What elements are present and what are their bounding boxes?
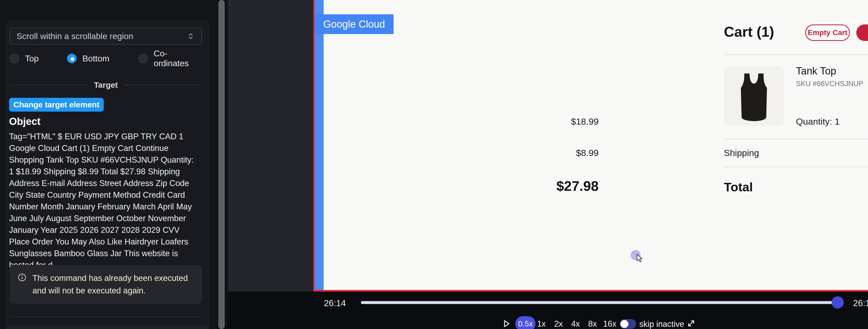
product-sku: SKU #66VCHSJNUP — [796, 80, 864, 88]
product-price: $18.99 — [571, 117, 599, 127]
radio-top-dot[interactable] — [9, 54, 19, 63]
cart-divider — [724, 167, 868, 167]
toggle-knob — [620, 320, 628, 328]
radio-coordinates[interactable]: Co-ordinates — [138, 53, 202, 64]
radio-coordinates-dot[interactable] — [138, 54, 148, 63]
object-heading: Object — [9, 116, 40, 127]
product-title: Tank Top — [796, 65, 836, 77]
replay-player-bar — [228, 292, 868, 329]
radio-top[interactable]: Top — [9, 53, 39, 64]
info-icon — [18, 273, 27, 282]
change-target-button[interactable]: Change target element — [9, 98, 104, 111]
shipping-label: Shipping — [724, 148, 759, 158]
google-cloud-badge: Google Cloud — [315, 14, 394, 34]
target-section-label: Target — [94, 80, 118, 90]
product-quantity: Quantity: 1 — [796, 117, 840, 127]
mouse-cursor-icon — [635, 253, 645, 263]
scroll-position-radio-group: Top Bottom Co-ordinates — [9, 53, 202, 64]
scroll-region-highlight-bar — [315, 0, 323, 290]
skip-inactive-label: skip inactive — [639, 320, 684, 329]
timeline-knob[interactable] — [832, 296, 844, 308]
radio-top-label: Top — [25, 54, 39, 64]
total-label: Total — [724, 179, 753, 194]
cart-divider — [724, 139, 868, 139]
divider-line — [124, 85, 202, 85]
action-select[interactable]: Scroll within a scrollable region — [9, 28, 202, 45]
radio-coordinates-label: Co-ordinates — [154, 48, 202, 68]
element-highlight-left-border — [313, 0, 315, 292]
cart-heading: Cart (1) — [724, 23, 774, 40]
skip-inactive-toggle[interactable] — [620, 319, 636, 329]
website-viewport: Cart (1) Empty Cart Continue Shopping Ta… — [323, 0, 868, 290]
empty-cart-button[interactable]: Empty Cart — [805, 25, 850, 41]
viewport-letterbox — [228, 0, 313, 292]
speed-8x-button[interactable]: 8x — [587, 319, 598, 329]
end-time: 26:15 — [853, 298, 868, 308]
fullscreen-icon[interactable] — [686, 318, 696, 328]
execution-notice: This command has already been executed a… — [9, 265, 202, 304]
action-select-value: Scroll within a scrollable region — [17, 31, 186, 41]
speed-16x-button[interactable]: 16x — [602, 319, 618, 329]
speed-0-5x-button[interactable]: 0.5x — [516, 316, 535, 329]
object-description: Tag="HTML" $ EUR USD JPY GBP TRY CAD 1 G… — [9, 131, 200, 271]
session-replay-screen: Scroll within a scrollable region Top Bo… — [0, 0, 868, 329]
current-time: 26:14 — [324, 298, 346, 308]
sidebar-scrollbar-track — [217, 0, 228, 329]
product-image-tank-top — [724, 66, 784, 126]
speed-2x-button[interactable]: 2x — [553, 319, 564, 329]
sidebar-divider — [9, 317, 202, 317]
shipping-value: $8.99 — [576, 148, 599, 158]
radio-bottom-label: Bottom — [83, 54, 109, 64]
play-button[interactable] — [501, 319, 511, 328]
timeline-track[interactable] — [361, 301, 837, 304]
speed-1x-button[interactable]: 1x — [536, 319, 547, 329]
element-highlight-bottom-border — [313, 290, 868, 292]
next-step-card-edge — [6, 326, 209, 329]
divider-line — [9, 85, 88, 85]
sidebar-scrollbar-thumb[interactable] — [218, 0, 225, 329]
continue-shopping-button[interactable]: Continue Shopping — [856, 25, 868, 41]
tank-top-graphic — [727, 70, 780, 123]
step-editor-sidebar: Scroll within a scrollable region Top Bo… — [0, 0, 217, 329]
target-section-divider: Target — [9, 80, 202, 90]
radio-bottom-dot[interactable] — [67, 54, 76, 63]
total-value: $27.98 — [556, 178, 599, 194]
speed-4x-button[interactable]: 4x — [570, 319, 581, 329]
radio-bottom[interactable]: Bottom — [67, 53, 109, 64]
header-divider — [724, 54, 868, 55]
execution-notice-text: This command has already been executed a… — [32, 272, 194, 297]
select-updown-icon — [186, 32, 195, 41]
